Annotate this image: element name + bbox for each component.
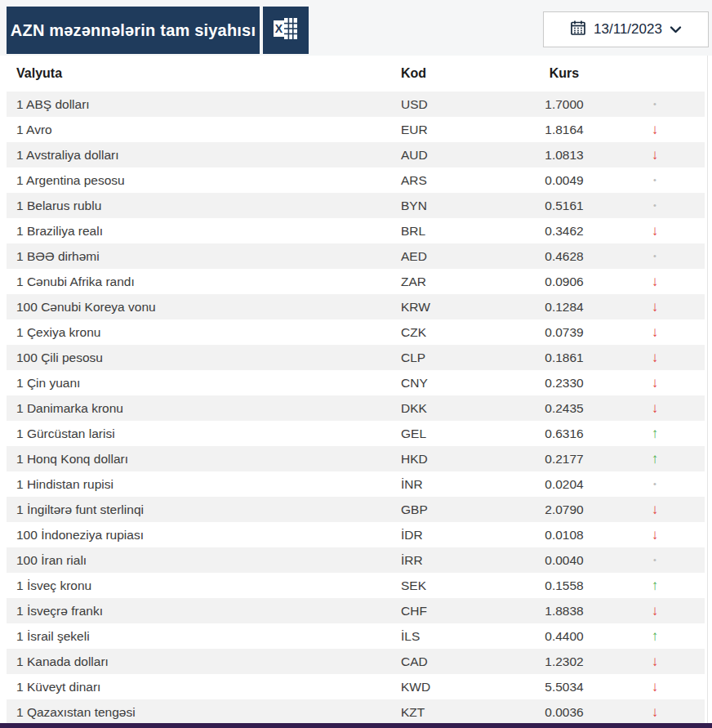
currency-name: 1 Gürcüstan larisi [7, 427, 401, 441]
currency-code: CHF [401, 604, 523, 619]
currency-rate: 1.8838 [523, 604, 605, 619]
trend-icon: ↓ [652, 603, 659, 619]
table-body: 1 ABŞ dolları USD 1.7000 • 1 Avro EUR 1.… [0, 92, 712, 725]
currency-rate: 0.0739 [523, 325, 605, 340]
currency-code: CLP [401, 351, 523, 365]
currency-name: 1 Avro [7, 123, 401, 137]
currency-rate: 0.0108 [523, 528, 605, 543]
currency-rate: 2.0790 [523, 502, 605, 517]
currency-code: CNY [401, 376, 523, 391]
table-row: 1 Kanada dolları CAD 1.2302 ↓ [7, 649, 705, 674]
currency-name: 1 ABŞ dolları [7, 97, 401, 112]
table-row: 1 Avro EUR 1.8164 ↓ [7, 117, 705, 142]
trend-icon: ↓ [652, 324, 659, 340]
date-value: 13/11/2023 [594, 21, 662, 38]
table-row: 1 Braziliya realı BRL 0.3462 ↓ [7, 218, 705, 243]
trend-icon: ↑ [652, 451, 659, 467]
currency-name: 1 İsrail şekeli [7, 629, 401, 644]
currency-rate: 5.5034 [523, 680, 605, 695]
table-row: 1 Danimarka kronu DKK 0.2435 ↓ [7, 395, 705, 421]
trend-icon: ↓ [652, 375, 659, 391]
trend-icon: ↓ [652, 223, 659, 239]
currency-name: 1 BƏƏ dirhəmi [7, 249, 401, 264]
currency-name: 1 Cənubi Afrika randı [7, 275, 401, 289]
currency-rate: 0.6316 [523, 427, 605, 441]
currency-name: 1 Çexiya kronu [7, 325, 401, 340]
currency-code: İRR [401, 553, 523, 568]
currency-rate: 0.4628 [523, 249, 605, 264]
table-row: 100 Çili pesosu CLP 0.1861 ↓ [7, 345, 705, 370]
currency-code: GBP [401, 502, 523, 517]
currency-name: 1 Braziliya realı [7, 224, 401, 239]
page-title: AZN məzənnələrin tam siyahısı [11, 21, 256, 40]
currency-code: ARS [401, 173, 523, 188]
trend-icon: • [653, 99, 656, 109]
currency-rate: 1.8164 [523, 123, 605, 137]
currency-name: 1 İsveçrə frankı [7, 604, 401, 619]
trend-icon: ↓ [652, 679, 659, 695]
currency-rate: 0.0906 [523, 275, 605, 289]
currency-rate: 1.2302 [523, 654, 605, 669]
trend-icon: ↓ [652, 502, 659, 517]
currency-code: GEL [401, 427, 523, 441]
currency-code: BRL [401, 224, 523, 239]
currency-code: KRW [401, 300, 523, 315]
date-picker[interactable]: 13/11/2023 [543, 11, 709, 47]
column-header-rate: Kurs [523, 66, 605, 81]
table-row: 1 İngiltərə funt sterlinqi GBP 2.0790 ↓ [7, 497, 705, 522]
currency-code: EUR [401, 123, 523, 137]
table-row: 1 İsveç kronu SEK 0.1558 ↑ [7, 573, 705, 598]
column-header-currency: Valyuta [7, 66, 401, 81]
trend-icon: • [653, 175, 656, 185]
trend-icon: ↓ [652, 274, 659, 289]
trend-icon: ↓ [652, 299, 659, 315]
rates-table: Valyuta Kod Kurs 1 ABŞ dolları USD 1.700… [0, 56, 712, 725]
currency-code: ZAR [401, 275, 523, 289]
trend-icon: ↓ [652, 654, 659, 669]
table-row: 1 ABŞ dolları USD 1.7000 • [7, 92, 705, 117]
trend-icon: ↑ [652, 426, 659, 441]
currency-name: 1 Kanada dolları [7, 654, 401, 669]
excel-export-button[interactable]: X [263, 7, 309, 54]
table-row: 1 Gürcüstan larisi GEL 0.6316 ↑ [7, 421, 705, 446]
currency-code: AED [401, 249, 523, 264]
currency-rate: 0.0049 [523, 173, 605, 188]
trend-icon: ↓ [652, 122, 659, 137]
currency-rate: 0.3462 [523, 224, 605, 239]
column-header-code: Kod [401, 66, 523, 81]
currency-name: 1 Belarus rublu [7, 199, 401, 213]
currency-rate: 0.4400 [523, 629, 605, 644]
table-row: 1 Çin yuanı CNY 0.2330 ↓ [7, 370, 705, 395]
page-title-block: AZN məzənnələrin tam siyahısı [7, 7, 260, 54]
trend-icon: ↑ [652, 578, 659, 593]
currency-rate: 0.1861 [523, 351, 605, 365]
currency-rate: 0.1284 [523, 300, 605, 315]
table-row: 100 Cənubi Koreya vonu KRW 0.1284 ↓ [7, 294, 705, 319]
chevron-down-icon [670, 22, 682, 37]
currency-rate: 0.5161 [523, 199, 605, 213]
calendar-icon [570, 20, 586, 39]
trend-icon: • [653, 479, 656, 489]
currency-rate: 0.1558 [523, 578, 605, 593]
currency-rate: 0.0040 [523, 553, 605, 568]
currency-rate: 0.0204 [523, 477, 605, 492]
trend-icon: ↑ [652, 628, 659, 644]
table-row: 1 İsrail şekeli İLS 0.4400 ↑ [7, 623, 705, 649]
trend-icon: • [653, 555, 656, 565]
table-row: 1 Argentina pesosu ARS 0.0049 • [7, 167, 705, 193]
table-row: 1 Avstraliya dolları AUD 1.0813 ↓ [7, 142, 705, 167]
currency-name: 1 Danimarka kronu [7, 401, 401, 416]
currency-code: USD [401, 97, 523, 112]
currency-name: 1 İsveç kronu [7, 578, 401, 593]
currency-rate: 0.2435 [523, 401, 605, 416]
right-edge-divider [707, 56, 708, 724]
currency-code: SEK [401, 578, 523, 593]
trend-icon: ↓ [652, 400, 659, 416]
currency-name: 1 Argentina pesosu [7, 173, 401, 188]
table-row: 1 Küveyt dinarı KWD 5.5034 ↓ [7, 674, 705, 699]
currency-code: HKD [401, 452, 523, 467]
currency-name: 1 Qazaxıstan tengəsi [7, 705, 401, 720]
currency-code: İLS [401, 629, 523, 644]
trend-icon: ↓ [652, 527, 659, 543]
currency-rate: 0.2330 [523, 376, 605, 391]
